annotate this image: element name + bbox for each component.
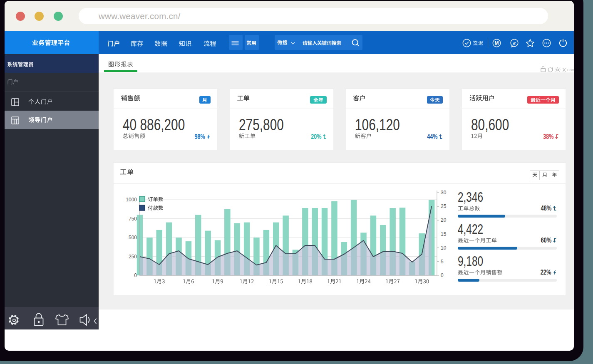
svg-text:10: 10: [441, 245, 447, 251]
svg-text:30: 30: [441, 190, 447, 196]
svg-text:20: 20: [441, 217, 447, 223]
svg-text:5: 5: [441, 259, 444, 265]
svg-text:250: 250: [129, 254, 137, 260]
svg-text:750: 750: [129, 216, 137, 222]
svg-text:1000: 1000: [126, 197, 137, 203]
svg-text:0: 0: [134, 272, 137, 278]
svg-text:M: M: [495, 40, 499, 46]
svg-text:25: 25: [441, 203, 447, 209]
svg-text:500: 500: [129, 235, 137, 240]
svg-text:0: 0: [441, 272, 444, 278]
svg-text:e: e: [513, 40, 516, 46]
svg-text:15: 15: [441, 231, 447, 237]
svg-text:HOR: HOR: [567, 68, 574, 72]
